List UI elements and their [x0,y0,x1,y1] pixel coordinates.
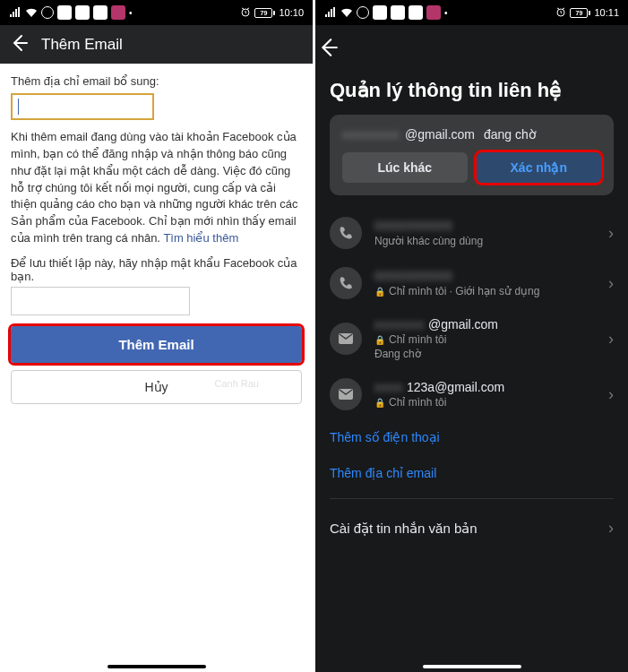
phone-left: • 79 10:10 Thêm Email Thêm địa chỉ email… [0,0,313,672]
app-icon-3 [409,5,423,20]
later-button[interactable]: Lúc khác [342,152,468,183]
phone-icon [330,217,362,249]
more-icon: • [444,8,448,18]
statusbar: • 79 10:11 [315,0,628,25]
battery-icon: 79 [254,8,275,18]
status-left: • [9,5,133,20]
back-arrow-icon[interactable] [11,34,29,55]
contact-item-phone-2[interactable]: 0000000000 🔒Chỉ mình tôi · Giới hạn sử d… [330,258,614,308]
messenger-icon [41,6,54,19]
signal-icon [324,6,337,19]
blurred-email-prefix: xxxxxxxx [342,127,400,142]
nav-bar [0,667,313,672]
confirm-button[interactable]: Xác nhận [477,152,602,183]
sms-settings-row[interactable]: Cài đặt tin nhắn văn bản › [330,506,614,550]
add-email-link[interactable]: Thêm địa chỉ email [330,455,614,491]
alarm-icon [240,6,251,19]
lock-icon: 🔒 [374,335,385,345]
wifi-icon [25,6,38,19]
contact-sub: Chỉ mình tôi [389,333,446,346]
battery-icon: 79 [570,8,590,18]
contact-sub: Người khác cùng dùng [374,235,596,247]
wifi-icon [340,6,353,19]
app-icon-1 [57,5,72,20]
blurred-phone: 0000000000 [374,219,453,233]
contact-sub2: Đang chờ [374,348,421,360]
email-icon [330,323,362,355]
phone-right: • 79 10:11 Quản lý thông tin liên hệ xxx… [315,0,628,672]
blurred-email-prefix: xxxx [374,380,403,394]
contact-sub: Chỉ mình tôi · Giới hạn sử dụng [389,285,539,297]
contact-item-email-1[interactable]: xxxxxxx@gmail.com 🔒Chỉ mình tôi Đang chờ… [330,308,614,369]
back-arrow-icon[interactable] [319,38,339,61]
blurred-email-prefix: xxxxxxx [374,317,425,332]
contact-item-phone-1[interactable]: 0000000000 Người khác cùng dùng › [330,208,614,258]
app-header: Thêm Email [0,25,313,64]
phone-icon [330,267,362,299]
chevron-right-icon: › [608,274,614,293]
content-area: Quản lý thông tin liên hệ xxxxxxxx @gmai… [315,73,628,672]
pending-email-suffix: @gmail.com [405,127,475,142]
chevron-right-icon: › [608,385,614,404]
email-icon [330,378,362,410]
header-title: Thêm Email [41,36,123,54]
learn-more-link[interactable]: Tìm hiểu thêm [163,231,238,245]
blurred-phone: 0000000000 [374,269,453,283]
status-time: 10:11 [594,7,619,18]
app-icon-1 [373,5,387,20]
info-text: Khi thêm email đang dùng vào tài khoản F… [11,129,302,247]
password-label: Để lưu thiết lập này, hãy nhập mật khẩu … [11,256,302,283]
contact-main: 123a@gmail.com [407,380,504,394]
statusbar: • 79 10:10 [0,0,313,25]
add-phone-link[interactable]: Thêm số điện thoại [330,419,614,455]
page-title: Quản lý thông tin liên hệ [330,73,614,115]
messenger-icon [357,6,369,19]
app-icon-3 [93,5,108,20]
signal-icon [9,6,22,19]
contact-sub: Chỉ mình tôi [389,396,446,409]
lock-icon: 🔒 [374,398,385,408]
status-time: 10:10 [279,7,304,18]
sms-settings-label: Cài đặt tin nhắn văn bản [330,521,477,537]
lock-icon: 🔒 [374,287,385,297]
content-area: Thêm địa chỉ email bổ sung: Khi thêm ema… [0,64,313,672]
status-right: 79 10:10 [240,6,304,19]
alarm-icon [555,6,566,19]
dark-header [315,25,628,73]
divider [330,498,614,499]
app-icon-2 [75,5,90,20]
more-icon: • [129,8,133,18]
chevron-right-icon: › [608,224,614,243]
app-icon-2 [391,5,405,20]
pending-confirmation-box: xxxxxxxx @gmail.com đang chờ Lúc khác Xá… [330,115,614,195]
add-email-label: Thêm địa chỉ email bổ sung: [11,74,302,88]
status-left: • [324,5,448,20]
pending-email-row: xxxxxxxx @gmail.com đang chờ [342,127,601,142]
chevron-right-icon: › [608,519,614,538]
status-right: 79 10:11 [555,6,619,19]
chevron-right-icon: › [608,330,614,349]
nav-bar [315,667,628,672]
cancel-button[interactable]: Hủy [11,370,302,404]
password-input[interactable] [11,287,190,315]
contact-item-email-2[interactable]: xxxx123a@gmail.com 🔒Chỉ mình tôi › [330,369,614,419]
contact-main: @gmail.com [428,317,498,332]
email-input[interactable] [11,93,154,120]
app-icon-4 [111,5,125,20]
add-email-button[interactable]: Thêm Email [11,326,302,363]
pending-status: đang chờ [484,127,537,142]
app-icon-4 [426,5,441,20]
